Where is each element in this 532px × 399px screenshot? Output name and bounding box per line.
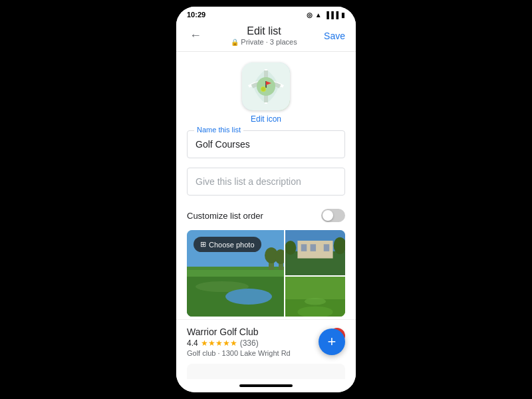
secondary-photos: [285, 230, 345, 317]
svg-rect-20: [311, 244, 317, 251]
lock-icon: 🔒: [231, 39, 239, 46]
subtitle-text: Private · 3 places: [241, 38, 297, 46]
image-icon: ⊞: [200, 240, 206, 249]
description-field-wrapper: [187, 168, 345, 196]
save-button[interactable]: Save: [324, 31, 345, 41]
photo-grid: ⊞ Choose photo: [187, 230, 345, 317]
place-type: Golf club · 1300 Lake Wright Rd: [187, 349, 329, 357]
customize-order-toggle[interactable]: [321, 209, 345, 222]
phone-frame: 10:29 ◎ ▲ ▐▐▐ ▮ ← Edit list 🔒 Private · …: [176, 7, 356, 392]
toggle-label: Customize list order: [187, 211, 263, 221]
choose-photo-label: Choose photo: [209, 241, 255, 249]
rating-count: (336): [240, 338, 259, 348]
stars-icon: ★★★★★: [201, 338, 237, 348]
add-place-fab[interactable]: +: [319, 329, 345, 355]
place-name: Warrior Golf Club: [187, 327, 329, 337]
main-photo: ⊞ Choose photo: [187, 230, 284, 317]
secondary-photo-2: [285, 277, 345, 317]
description-input[interactable]: [188, 168, 344, 195]
customize-order-row: Customize list order: [176, 205, 356, 230]
back-button[interactable]: ←: [187, 26, 204, 45]
name-input[interactable]: [188, 131, 344, 158]
status-time: 10:29: [187, 11, 205, 19]
place-rating-row: 4.4 ★★★★★ (336): [187, 338, 329, 348]
battery-icon: ▮: [341, 11, 345, 19]
location-icon: ◎: [307, 11, 313, 19]
rating-score: 4.4: [187, 338, 198, 348]
svg-rect-25: [285, 277, 345, 299]
more-item-placeholder: [187, 364, 345, 379]
svg-rect-19: [301, 244, 307, 251]
svg-rect-10: [187, 270, 284, 277]
wifi-icon: ▲: [315, 11, 322, 19]
secondary-photo-1: [285, 230, 345, 275]
place-info: Warrior Golf Club 4.4 ★★★★★ (336) Golf c…: [187, 327, 329, 357]
photo-section: ⊞ Choose photo: [176, 230, 356, 317]
bottom-bar: [176, 379, 356, 392]
svg-rect-21: [324, 244, 330, 251]
svg-point-11: [225, 289, 272, 305]
name-field-wrapper: Name this list: [187, 130, 345, 158]
page-subtitle: 🔒 Private · 3 places: [231, 38, 297, 46]
signal-icon: ▐▐▐: [325, 11, 338, 19]
page-title: Edit list: [231, 25, 297, 37]
svg-point-28: [305, 298, 326, 305]
header-center: Edit list 🔒 Private · 3 places: [231, 25, 297, 46]
svg-point-5: [261, 87, 265, 91]
home-indicator: [239, 384, 293, 387]
status-icons: ◎ ▲ ▐▐▐ ▮: [307, 11, 345, 19]
status-bar: 10:29 ◎ ▲ ▐▐▐ ▮: [176, 7, 356, 21]
top-bar: ← Edit list 🔒 Private · 3 places Save: [176, 21, 356, 52]
list-icon[interactable]: [242, 63, 290, 110]
edit-icon-label[interactable]: Edit icon: [251, 114, 281, 124]
name-field-label: Name this list: [194, 126, 243, 134]
choose-photo-button[interactable]: ⊞ Choose photo: [194, 237, 261, 252]
form-section: Name this list: [176, 130, 356, 196]
svg-point-22: [285, 241, 296, 255]
icon-section: Edit icon: [176, 52, 356, 130]
